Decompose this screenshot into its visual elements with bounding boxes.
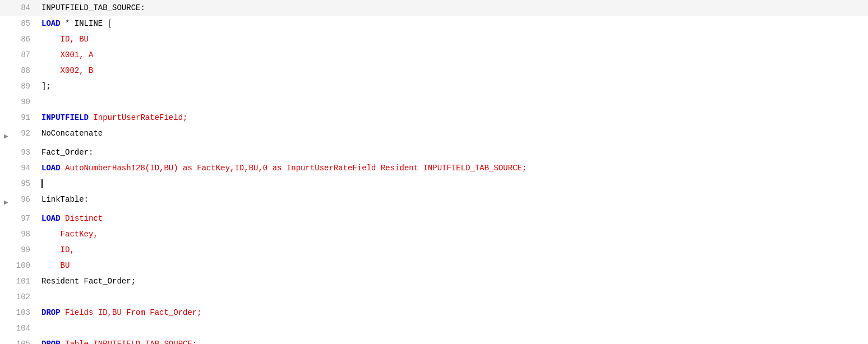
code-line: 94LOAD AutoNumberHash128(ID,BU) as FactK… (0, 160, 868, 176)
token: ID, BU (41, 35, 89, 44)
token: NoConcatenate (41, 129, 103, 138)
gutter-icon (0, 336, 12, 340)
gutter-icon (0, 63, 12, 66)
code-editor[interactable]: 84INPUTFIELD_TAB_SOURCE:85LOAD * INLINE … (0, 0, 868, 344)
line-number: 102 (12, 289, 39, 305)
token: INPUTFIELD (41, 113, 89, 122)
code-line: 84INPUTFIELD_TAB_SOURCE: (0, 0, 868, 16)
code-line: 88 X002, B (0, 63, 868, 78)
line-number: 87 (12, 47, 39, 63)
gutter-icon (0, 258, 12, 261)
code-line: 95 (0, 176, 868, 192)
line-content: X001, A (39, 47, 868, 63)
code-line: 86 ID, BU (0, 31, 868, 47)
code-line: ▶92NoConcatenate (0, 125, 868, 145)
gutter-icon (0, 176, 12, 179)
line-content: INPUTFIELD InpurtUserRateField; (39, 110, 868, 125)
token: FactKey, (41, 230, 98, 239)
token: InpurtUserRateField; (89, 113, 187, 122)
gutter-icon (0, 78, 12, 82)
code-lines: 84INPUTFIELD_TAB_SOURCE:85LOAD * INLINE … (0, 0, 868, 344)
code-line: 89]; (0, 78, 868, 94)
line-number: 100 (12, 258, 39, 273)
token (41, 179, 43, 188)
token: ID, (41, 245, 75, 254)
code-line: 103DROP Fields ID,BU From Fact_Order; (0, 305, 868, 320)
token: LOAD (41, 164, 61, 173)
token: LinkTable: (41, 195, 89, 204)
line-content: Resident Fact_Order; (39, 273, 868, 289)
line-number: 95 (12, 176, 39, 192)
token: Resident Fact_Order; (41, 277, 136, 286)
line-number: 90 (12, 94, 39, 110)
gutter-icon (0, 16, 12, 19)
line-content: ]; (39, 78, 868, 94)
line-content: INPUTFIELD_TAB_SOURCE: (39, 0, 868, 16)
token: BU (41, 261, 70, 270)
gutter-icon (0, 110, 12, 113)
gutter-icon (0, 31, 12, 35)
line-content: LOAD AutoNumberHash128(ID,BU) as FactKey… (39, 160, 868, 176)
token: INPUTFIELD_TAB_SOURCE: (41, 3, 145, 12)
token: LOAD (41, 214, 61, 223)
token: Fact_Order: (41, 148, 93, 157)
token: Fields ID,BU From Fact_Order; (61, 308, 202, 317)
line-number: 92 (12, 125, 39, 141)
line-number: 103 (12, 305, 39, 320)
gutter-icon (0, 47, 12, 50)
gutter-icon (0, 160, 12, 164)
line-content (39, 320, 868, 336)
text-cursor (41, 179, 43, 188)
line-number: 96 (12, 192, 39, 207)
token: LOAD (41, 19, 61, 28)
code-line: 104 (0, 320, 868, 336)
code-line: 97LOAD Distinct (0, 211, 868, 226)
gutter-icon (0, 273, 12, 277)
line-content: DROP Fields ID,BU From Fact_Order; (39, 305, 868, 320)
line-number: 89 (12, 78, 39, 94)
gutter-icon (0, 0, 12, 3)
line-content (39, 94, 868, 110)
line-content: DROP Table INPUTFIELD_TAB_SOURCE; (39, 336, 868, 344)
gutter-icon: ▶ (0, 125, 12, 145)
line-number: 105 (12, 336, 39, 344)
line-number: 97 (12, 211, 39, 226)
line-content: LOAD * INLINE [ (39, 16, 868, 31)
line-number: 85 (12, 16, 39, 31)
token: DROP (41, 308, 61, 317)
token: ]; (41, 82, 51, 91)
line-number: 98 (12, 226, 39, 242)
line-content (39, 176, 868, 192)
line-number: 99 (12, 242, 39, 258)
code-line: 105DROP Table INPUTFIELD_TAB_SOURCE; (0, 336, 868, 344)
token: * INLINE [ (61, 19, 112, 28)
line-content (39, 289, 868, 305)
code-line: 85LOAD * INLINE [ (0, 16, 868, 31)
token: Table INPUTFIELD_TAB_SOURCE; (61, 340, 197, 344)
gutter-arrow-icon: ▶ (4, 129, 8, 145)
line-content: LinkTable: (39, 192, 868, 207)
line-number: 93 (12, 145, 39, 160)
code-line: 87 X001, A (0, 47, 868, 63)
line-content: LOAD Distinct (39, 211, 868, 226)
gutter-icon (0, 211, 12, 214)
line-content: FactKey, (39, 226, 868, 242)
line-content: ID, BU (39, 31, 868, 47)
code-line: 101Resident Fact_Order; (0, 273, 868, 289)
gutter-icon (0, 242, 12, 245)
token: X002, B (41, 66, 93, 75)
gutter-icon (0, 226, 12, 230)
code-line: 93Fact_Order: (0, 145, 868, 160)
code-line: 91INPUTFIELD InpurtUserRateField; (0, 110, 868, 125)
gutter-icon: ▶ (0, 192, 12, 211)
line-content: ID, (39, 242, 868, 258)
gutter-icon (0, 305, 12, 308)
code-line: 100 BU (0, 258, 868, 273)
token: X001, A (41, 50, 93, 59)
gutter-arrow-icon: ▶ (4, 195, 8, 211)
gutter-icon (0, 94, 12, 97)
line-number: 104 (12, 320, 39, 336)
line-number: 88 (12, 63, 39, 78)
code-line: 90 (0, 94, 868, 110)
line-number: 84 (12, 0, 39, 16)
